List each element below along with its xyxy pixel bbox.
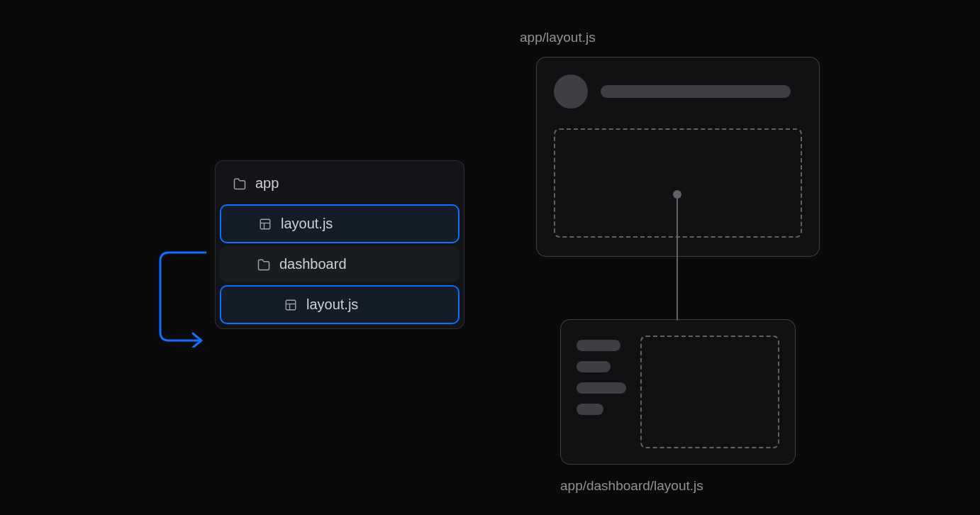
title-bar-placeholder [601,85,791,98]
tree-folder-dashboard: dashboard [220,246,460,282]
children-slot [554,128,802,238]
layout-file-icon [258,217,272,231]
avatar-placeholder [554,74,588,109]
file-tree-panel: app layout.js dashboard layout.j [215,160,464,329]
tree-connector-arrow [156,248,213,348]
tree-file-layout-dashboard: layout.js [220,285,460,324]
children-slot [640,336,779,448]
app-layout-card [536,57,820,257]
tree-root-folder: app [220,165,460,201]
app-layout-header [554,74,802,109]
svg-rect-3 [286,300,296,310]
connector-line [676,193,678,321]
folder-icon [233,177,247,191]
sidebar-item-placeholder [577,382,626,394]
app-layout-path-label: app/layout.js [520,30,596,45]
svg-rect-0 [260,219,270,229]
tree-file-label: layout.js [306,297,358,313]
folder-icon [257,258,271,272]
tree-file-label: layout.js [281,216,333,232]
tree-root-label: app [255,175,279,192]
dashboard-layout-path-label: app/dashboard/layout.js [560,478,703,494]
tree-file-layout-root: layout.js [220,204,460,243]
sidebar-item-placeholder [577,404,603,415]
dashboard-layout-card [560,319,796,465]
tree-folder-label: dashboard [279,256,347,272]
layout-file-icon [284,298,298,312]
sidebar-item-placeholder [577,340,620,351]
sidebar-item-placeholder [577,361,611,372]
sidebar-placeholder [577,336,626,448]
